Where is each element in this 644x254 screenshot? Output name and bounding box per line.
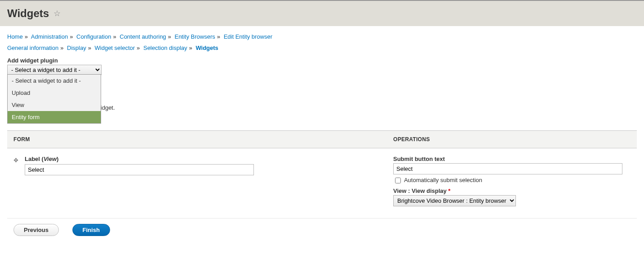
finish-button[interactable]: Finish	[72, 224, 110, 236]
breadcrumb-link[interactable]: Content authoring	[120, 33, 166, 40]
dropdown-option[interactable]: View	[8, 99, 101, 111]
plugin-description: field browser's widget.	[14, 94, 637, 103]
step-link[interactable]: General information	[7, 45, 58, 51]
widget-label-heading: Label (View)	[25, 156, 254, 162]
dropdown-option[interactable]: Upload	[8, 87, 101, 99]
auto-submit-label: Automatically submit selection	[404, 177, 482, 183]
step-current: Widgets	[195, 45, 218, 51]
dropdown-option[interactable]: Entity form	[8, 111, 101, 123]
breadcrumb-link[interactable]: Entity Browsers	[174, 33, 215, 40]
view-display-select[interactable]: Brightcove Video Browser : Entity browse…	[393, 195, 516, 206]
submit-text-label: Submit button text	[393, 156, 631, 162]
breadcrumb-link[interactable]: Home	[7, 33, 23, 40]
step-link[interactable]: Display	[67, 45, 86, 51]
plugin-description: ntity form widget.	[14, 112, 637, 121]
widget-label-input[interactable]	[25, 164, 254, 175]
table-header: FORM OPERATIONS	[7, 130, 637, 148]
wizard-steps: General information» Display» Widget sel…	[7, 43, 637, 54]
form-actions: Previous Finish	[7, 224, 637, 236]
th-form: FORM	[7, 131, 387, 148]
previous-button[interactable]: Previous	[13, 224, 59, 236]
submit-text-input[interactable]	[393, 163, 622, 174]
view-display-label: View : View display *	[393, 187, 631, 194]
plugin-description: vide entity listing in a browser's widge…	[14, 103, 637, 112]
add-widget-label: Add widget plugin	[7, 57, 637, 64]
dropdown-option[interactable]: - Select a widget to add it -	[8, 75, 101, 87]
page-title: Widgets	[7, 7, 49, 20]
add-widget-dropdown: - Select a widget to add it - Upload Vie…	[7, 74, 101, 124]
step-link[interactable]: Widget selector	[95, 45, 135, 51]
table-row: ✥ Label (View) Submit button text Automa…	[7, 148, 637, 218]
th-operations: OPERATIONS	[387, 131, 637, 148]
favorite-star-icon[interactable]: ☆	[53, 9, 61, 18]
breadcrumb-link[interactable]: Administration	[31, 33, 68, 40]
breadcrumb-link[interactable]: Configuration	[76, 33, 111, 40]
plugin-descriptions: field browser's widget. vide entity list…	[7, 94, 637, 121]
breadcrumb: Home» Administration» Configuration» Con…	[7, 31, 637, 43]
drag-handle-icon[interactable]: ✥	[13, 157, 18, 164]
step-link[interactable]: Selection display	[143, 45, 187, 51]
breadcrumb-link[interactable]: Edit Entity browser	[224, 33, 272, 40]
add-widget-select[interactable]: - Select a widget to add it -	[7, 65, 102, 75]
auto-submit-checkbox[interactable]	[395, 178, 401, 183]
